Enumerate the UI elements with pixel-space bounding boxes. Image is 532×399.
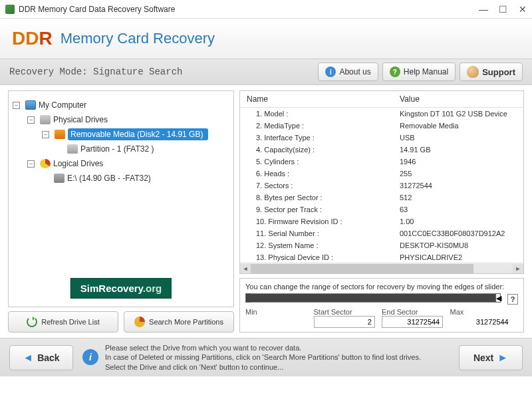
prop-value: 512: [393, 192, 523, 203]
tree-label-selected: Removable Media (Disk2 - 14.91 GB): [68, 128, 208, 140]
prop-name: 9. Sector per Track :: [240, 203, 393, 215]
about-button[interactable]: i About us: [318, 63, 378, 81]
hint-line-1: Please select the Drive from which you w…: [105, 343, 421, 352]
slider-help-button[interactable]: ?: [507, 294, 518, 305]
back-label: Back: [37, 352, 59, 363]
info-icon: i: [82, 349, 98, 365]
scroll-right-arrow[interactable]: ►: [513, 264, 523, 273]
prop-name: 10. Firmware Revision ID :: [240, 215, 393, 227]
info-icon: i: [325, 66, 336, 77]
prop-name: 12. System Name :: [240, 239, 393, 251]
scroll-track[interactable]: [251, 264, 513, 273]
logo: DDR: [12, 28, 53, 49]
prop-value: 63: [393, 203, 523, 215]
sim-recovery-badge: SimRecovery.org: [70, 278, 172, 299]
mode-bar: Recovery Mode: Signature Search i About …: [0, 59, 532, 85]
prop-name: 13. Physical Device ID :: [240, 251, 393, 263]
property-row: 3. Interface Type :USB: [240, 132, 523, 144]
help-label: Help Manual: [404, 67, 448, 76]
titlebar: DDR Memory Card Data Recovery Software —…: [0, 0, 532, 19]
prop-value: Removable Media: [393, 120, 523, 132]
scroll-thumb[interactable]: [251, 264, 473, 273]
help-manual-button[interactable]: ? Help Manual: [382, 63, 456, 81]
support-icon: [467, 66, 479, 78]
search-label: Search More Partitions: [149, 318, 223, 326]
properties-body[interactable]: 1. Model :Kingston DT 101 G2 USB Device2…: [240, 108, 523, 263]
prop-value: 14.91 GB: [393, 144, 523, 156]
tree-node-removable-media[interactable]: − Removable Media (Disk2 - 14.91 GB): [13, 127, 229, 142]
drive-icon: [40, 115, 51, 124]
end-sector-label: End Sector: [382, 308, 450, 316]
minimize-button[interactable]: —: [479, 5, 487, 13]
computer-icon: [25, 100, 36, 110]
next-label: Next: [473, 352, 493, 363]
property-row: 10. Firmware Revision ID :1.00: [240, 215, 523, 227]
partition-icon: [67, 144, 78, 154]
refresh-icon: [27, 317, 37, 327]
collapse-icon[interactable]: −: [27, 116, 35, 124]
col-name-header: Name: [240, 91, 393, 107]
prop-name: 4. Capacity(size) :: [240, 144, 393, 156]
end-sector-input[interactable]: [382, 316, 443, 328]
prop-value: 31272544: [393, 180, 523, 192]
collapse-icon[interactable]: −: [13, 102, 20, 109]
collapse-icon[interactable]: −: [42, 131, 49, 138]
support-label: Support: [482, 67, 515, 77]
tree-label: Physical Drives: [53, 115, 108, 124]
volume-icon: [54, 174, 65, 183]
drive-tree: − My Computer − Physical Drives − Remova…: [8, 90, 234, 307]
collapse-icon[interactable]: −: [27, 160, 35, 168]
help-icon: ?: [390, 66, 400, 77]
window-title: DDR Memory Card Data Recovery Software: [19, 5, 479, 14]
refresh-label: Refresh Drive List: [41, 318, 99, 326]
sector-range-box: You can change the range of sectors for …: [239, 278, 524, 332]
search-more-partitions-button[interactable]: Search More Partitions: [124, 311, 234, 332]
prop-value: 1.00: [393, 215, 523, 227]
tree-node-partition[interactable]: Partition - 1 (FAT32 ): [13, 142, 229, 156]
start-sector-input[interactable]: [314, 316, 375, 328]
start-sector-label: Start Sector: [314, 308, 382, 316]
pie-icon: [40, 159, 51, 168]
property-row: 2. MediaType :Removable Media: [240, 120, 523, 132]
hint-line-2: In case of Deleted or missing Partitions…: [105, 352, 421, 362]
next-button[interactable]: Next ►: [459, 345, 523, 370]
tree-label: Logical Drives: [53, 159, 103, 168]
sector-slider[interactable]: ▶ ◀: [245, 293, 501, 303]
property-row: 9. Sector per Track :63: [240, 203, 523, 215]
slider-hint: You can change the range of sectors for …: [245, 283, 518, 291]
back-button[interactable]: ◄ Back: [9, 345, 73, 370]
horizontal-scrollbar[interactable]: ◄ ►: [240, 263, 523, 273]
search-icon: [134, 317, 145, 327]
prop-name: 6. Heads :: [240, 168, 393, 180]
property-row: 12. System Name :DESKTOP-KIS0MU8: [240, 239, 523, 251]
prop-value: 001CC0EC33B0F08037D912A2: [393, 227, 523, 239]
property-row: 7. Sectors :31272544: [240, 180, 523, 192]
max-label: Max: [450, 308, 519, 316]
prop-name: 8. Bytes per Sector :: [240, 192, 393, 203]
recovery-mode-label: Recovery Mode: Signature Search: [9, 66, 314, 77]
back-arrow-icon: ◄: [23, 352, 33, 364]
tree-node-computer[interactable]: − My Computer: [13, 98, 229, 112]
tree-node-physical-drives[interactable]: − Physical Drives: [13, 112, 229, 127]
close-button[interactable]: ✕: [519, 5, 527, 13]
slider-handle-right[interactable]: ◀: [495, 293, 501, 303]
prop-value: DESKTOP-KIS0MU8: [393, 239, 523, 251]
refresh-drive-list-button[interactable]: Refresh Drive List: [8, 311, 118, 332]
col-value-header: Value: [393, 91, 523, 107]
properties-panel: Name Value 1. Model :Kingston DT 101 G2 …: [239, 90, 524, 274]
scroll-left-arrow[interactable]: ◄: [240, 264, 251, 273]
prop-name: 3. Interface Type :: [240, 132, 393, 144]
property-row: 8. Bytes per Sector :512: [240, 192, 523, 203]
properties-header: Name Value: [240, 91, 523, 108]
hint-line-3: Select the Drive and click on 'Next' but…: [105, 362, 421, 372]
footer-hint: i Please select the Drive from which you…: [82, 343, 450, 372]
property-row: 5. Cylinders :1946: [240, 156, 523, 168]
maximize-button[interactable]: ☐: [499, 5, 507, 13]
tree-label: My Computer: [39, 100, 86, 110]
support-button[interactable]: Support: [460, 63, 523, 81]
min-label: Min: [245, 308, 314, 316]
app-icon: [5, 5, 15, 14]
property-row: 4. Capacity(size) :14.91 GB: [240, 144, 523, 156]
tree-node-volume-e[interactable]: E:\ (14.90 GB - -FAT32): [13, 171, 229, 186]
tree-node-logical-drives[interactable]: − Logical Drives: [13, 156, 229, 171]
